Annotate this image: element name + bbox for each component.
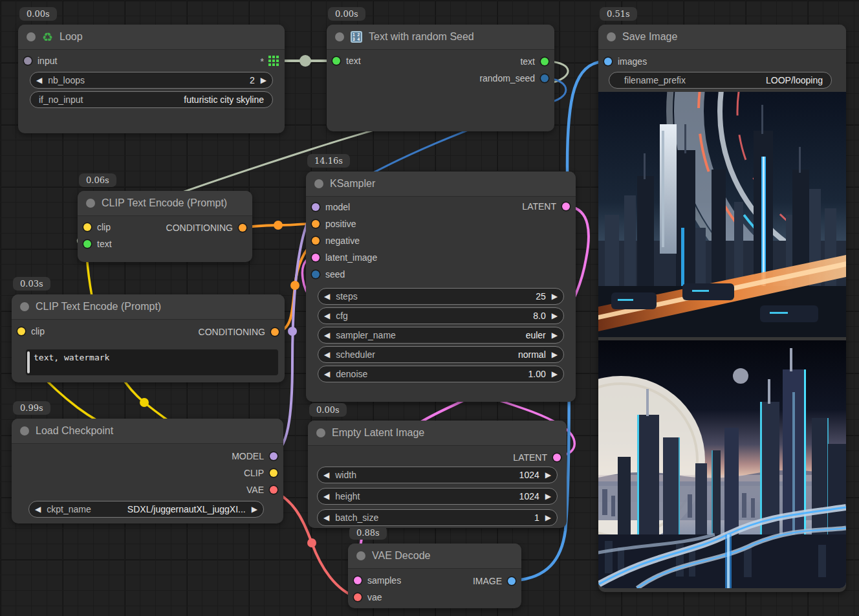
input-slot-input[interactable] <box>24 57 32 65</box>
node-vae-decode[interactable]: 0.88s VAE Decode samples vae IMAGE <box>348 544 521 608</box>
node-ksampler[interactable]: 14.16s KSampler model positive negative … <box>306 171 576 402</box>
node-header[interactable]: VAE Decode <box>348 544 521 569</box>
input-slot-text[interactable] <box>332 57 340 65</box>
collapse-dot[interactable] <box>20 302 29 311</box>
node-header[interactable]: CLIP Text Encode (Prompt) <box>12 294 285 320</box>
input-slot-seed[interactable] <box>312 270 320 278</box>
increment-arrow-icon[interactable]: ▶ <box>545 492 551 500</box>
increment-arrow-icon[interactable]: ▶ <box>552 370 558 378</box>
reroute-dot-clip[interactable] <box>140 398 149 407</box>
increment-arrow-icon[interactable]: ▶ <box>545 471 551 479</box>
collapse-dot[interactable] <box>314 179 323 188</box>
decrement-arrow-icon[interactable]: ◀ <box>324 292 330 300</box>
input-slot-clip[interactable] <box>17 327 25 335</box>
widget-steps[interactable]: ◀ steps 25 ▶ <box>318 288 564 305</box>
widget-label: filename_prefix <box>624 75 686 85</box>
decrement-arrow-icon[interactable]: ◀ <box>36 76 42 84</box>
collapse-dot[interactable] <box>356 551 365 560</box>
widget-label: if_no_input <box>39 94 83 105</box>
output-slot-image[interactable] <box>508 577 516 585</box>
node-header[interactable]: 1 2 3 4 Text with random Seed <box>327 25 554 50</box>
star-label: * <box>260 56 264 67</box>
widget-ckpt-name[interactable]: ◀ ckpt_name SDXL/juggernautXL_juggXI... … <box>28 501 264 518</box>
widget-height[interactable]: ◀ height 1024 ▶ <box>317 488 558 505</box>
textarea-scrollbar[interactable] <box>27 351 30 373</box>
node-loop[interactable]: 0.00s ♻ Loop input * ◀ nb_loop <box>18 25 285 133</box>
prev-arrow-icon[interactable]: ◀ <box>324 351 330 358</box>
decrement-arrow-icon[interactable]: ◀ <box>324 312 330 320</box>
input-slot-images[interactable] <box>604 58 612 65</box>
output-slot-conditioning[interactable] <box>239 224 246 232</box>
node-header[interactable]: Save Image <box>598 25 846 50</box>
widget-width[interactable]: ◀ width 1024 ▶ <box>317 467 558 483</box>
collapse-dot[interactable] <box>27 32 36 41</box>
collapse-dot[interactable] <box>86 199 95 208</box>
output-slot-conditioning[interactable] <box>271 328 279 336</box>
increment-arrow-icon[interactable]: ▶ <box>552 292 558 300</box>
node-text-with-random-seed[interactable]: 0.00s 1 2 3 4 Text with random Seed text… <box>327 25 554 131</box>
output-slot-vae[interactable] <box>270 486 277 494</box>
prev-arrow-icon[interactable]: ◀ <box>35 505 41 513</box>
next-arrow-icon[interactable]: ▶ <box>552 351 558 358</box>
slot-label: CLIP <box>244 468 264 478</box>
node-header[interactable]: KSampler <box>306 171 576 197</box>
widget-if-no-input[interactable]: if_no_input futuristic city skyline <box>30 91 273 108</box>
reroute-dot-vae[interactable] <box>307 538 316 547</box>
reroute-dot-negative[interactable] <box>290 281 299 290</box>
node-title: Text with random Seed <box>369 31 474 43</box>
output-slot-latent[interactable] <box>562 203 570 210</box>
input-slot-latent-image[interactable] <box>312 254 320 261</box>
decrement-arrow-icon[interactable]: ◀ <box>323 492 329 500</box>
input-slot-samples[interactable] <box>354 577 362 584</box>
increment-arrow-icon[interactable]: ▶ <box>552 312 558 320</box>
prev-arrow-icon[interactable]: ◀ <box>324 331 330 339</box>
collapse-dot[interactable] <box>316 428 325 437</box>
prompt-textarea[interactable]: text, watermark <box>26 349 278 375</box>
node-header[interactable]: CLIP Text Encode (Prompt) <box>78 191 252 216</box>
grid-output-icon[interactable] <box>268 56 279 66</box>
widget-value: 1.00 <box>528 369 546 379</box>
next-arrow-icon[interactable]: ▶ <box>552 331 558 339</box>
widget-nb-loops[interactable]: ◀ nb_loops 2 ▶ <box>30 72 273 89</box>
reroute-dot-positive[interactable] <box>274 221 283 230</box>
widget-batch-size[interactable]: ◀ batch_size 1 ▶ <box>317 509 558 526</box>
node-clip-text-encode-positive[interactable]: 0.06s CLIP Text Encode (Prompt) clip tex… <box>78 191 252 262</box>
node-clip-text-encode-negative[interactable]: 0.03s CLIP Text Encode (Prompt) clip CON… <box>12 294 285 382</box>
output-slot-clip[interactable] <box>270 469 277 477</box>
input-slot-negative[interactable] <box>312 237 320 245</box>
output-slot-random-seed[interactable] <box>541 74 549 82</box>
node-header[interactable]: Empty Latent Image <box>308 421 567 446</box>
output-slot-text[interactable] <box>541 58 549 65</box>
decrement-arrow-icon[interactable]: ◀ <box>323 471 329 479</box>
decrement-arrow-icon[interactable]: ◀ <box>323 514 329 522</box>
output-slot-latent[interactable] <box>553 454 561 461</box>
collapse-dot[interactable] <box>335 32 344 41</box>
collapse-dot[interactable] <box>607 32 616 41</box>
input-slot-positive[interactable] <box>312 220 320 228</box>
widget-denoise[interactable]: ◀ denoise 1.00 ▶ <box>318 366 564 382</box>
node-header[interactable]: ♻ Loop <box>18 25 285 50</box>
input-slot-vae[interactable] <box>354 593 362 601</box>
node-save-image[interactable]: 0.51s Save Image images filename_prefix … <box>598 25 846 592</box>
widget-scheduler[interactable]: ◀ scheduler normal ▶ <box>318 346 564 363</box>
slot-label: LATENT <box>513 452 547 463</box>
collapse-dot[interactable] <box>20 426 29 435</box>
reroute-dot-model[interactable] <box>288 327 297 336</box>
decrement-arrow-icon[interactable]: ◀ <box>324 370 330 378</box>
reroute-dot-text[interactable] <box>299 55 311 67</box>
input-slot-clip[interactable] <box>83 223 91 231</box>
node-graph-canvas[interactable]: 0.00s ♻ Loop input * ◀ nb_loop <box>0 0 859 616</box>
widget-cfg[interactable]: ◀ cfg 8.0 ▶ <box>318 307 564 324</box>
node-load-checkpoint[interactable]: 0.99s Load Checkpoint MODEL CLIP VAE ◀ c… <box>12 419 283 523</box>
recycle-icon: ♻ <box>42 31 53 43</box>
node-empty-latent-image[interactable]: 0.00s Empty Latent Image LATENT ◀ width … <box>308 421 567 528</box>
widget-sampler-name[interactable]: ◀ sampler_name euler ▶ <box>318 327 564 344</box>
next-arrow-icon[interactable]: ▶ <box>252 505 257 513</box>
output-slot-model[interactable] <box>270 452 277 460</box>
increment-arrow-icon[interactable]: ▶ <box>261 76 266 84</box>
widget-filename-prefix[interactable]: filename_prefix LOOP/looping <box>609 72 832 89</box>
input-slot-model[interactable] <box>312 203 320 211</box>
input-slot-text[interactable] <box>83 240 91 248</box>
node-header[interactable]: Load Checkpoint <box>12 419 283 444</box>
increment-arrow-icon[interactable]: ▶ <box>545 514 551 522</box>
